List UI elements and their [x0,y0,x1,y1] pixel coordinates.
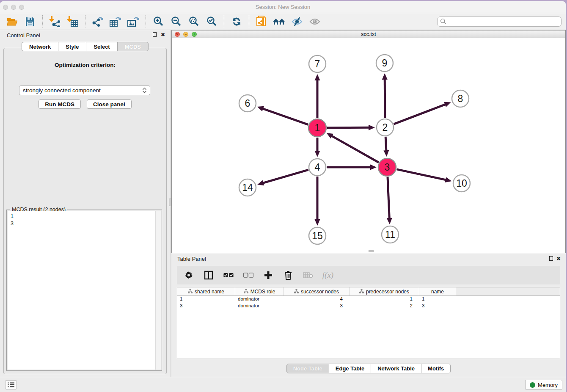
task-history-button[interactable] [5,380,17,389]
graph-node-4[interactable]: 4 [309,159,326,176]
hide-selected-button[interactable] [290,14,304,29]
float-table-panel-icon[interactable] [549,256,553,262]
checked-boxes-icon [223,273,234,278]
table-panel-title: Table Panel [177,256,206,262]
application-window: Session: New Session [0,1,566,392]
function-builder-button[interactable]: f(x) [323,270,333,280]
deselect-all-rows-button[interactable] [243,270,253,280]
export-table-button[interactable] [108,14,123,29]
cell-predecessor-nodes[interactable]: 2 [350,303,419,309]
graph-node-1[interactable]: 1 [308,119,326,137]
graph-node-3[interactable]: 3 [378,158,396,176]
network-window-titlebar[interactable]: ✕ − + scc.txt [172,30,565,38]
network-canvas[interactable]: 1234678910111415 [172,39,565,253]
column-header-predecessor-nodes[interactable]: predecessor nodes [350,287,419,295]
optimization-criterion-select[interactable]: strongly connected component [19,86,150,95]
graph-edge-arrowhead [445,177,452,182]
select-all-rows-button[interactable] [223,270,234,280]
search-input[interactable] [446,17,561,26]
memory-label: Memory [538,382,558,388]
table-settings-button[interactable] [184,270,194,280]
mcds-result-scrollbar[interactable] [155,211,161,370]
zoom-out-button[interactable] [169,14,183,29]
graph-edge-3-1[interactable] [331,135,379,163]
import-network-button[interactable] [48,14,62,29]
cell-successor-nodes[interactable]: 3 [284,303,350,309]
float-panel-icon[interactable] [153,32,157,38]
graph-edge-arrowhead [382,73,388,80]
table-row[interactable]: 1 dominator 4 1 1 [177,296,560,303]
tab-motifs[interactable]: Motifs [421,364,451,373]
cell-shared-name[interactable]: 1 [177,296,235,303]
tab-style[interactable]: Style [58,42,86,51]
network-graph[interactable]: 1234678910111415 [172,39,566,253]
memory-button[interactable]: Memory [525,380,562,390]
tab-mcds[interactable]: MCDS [118,42,149,51]
graph-node-8[interactable]: 8 [452,90,469,107]
graph-node-10[interactable]: 10 [453,175,470,192]
tab-node-table[interactable]: Node Table [286,364,329,373]
zoom-in-button[interactable] [151,14,165,29]
zoom-fit-button[interactable] [187,14,201,29]
cell-name[interactable]: 3 [419,303,456,309]
titlebar: Session: New Session [0,1,566,13]
search-box[interactable] [437,17,561,27]
graph-edge-3-10[interactable] [396,169,446,180]
first-neighbors-button[interactable] [272,14,286,29]
open-session-button[interactable] [5,14,19,29]
table-toolbar: f(x) [177,266,560,284]
cell-mcds-role[interactable]: dominator [235,303,284,309]
show-all-button[interactable] [308,14,322,29]
gear-icon [184,271,193,279]
create-column-button[interactable] [263,270,273,280]
show-column-panel-button[interactable] [204,270,214,280]
tab-select[interactable]: Select [86,42,117,51]
cell-successor-nodes[interactable]: 4 [284,296,350,303]
column-header-successor-nodes[interactable]: successor nodes [284,287,350,295]
main-toolbar [0,13,566,30]
graph-node-15[interactable]: 15 [309,227,326,244]
graph-edge-2-8[interactable] [394,104,446,124]
columns-icon [204,271,213,280]
export-image-button[interactable] [126,14,140,29]
column-header-shared-name[interactable]: shared name [177,287,235,295]
column-header-mcds-role[interactable]: MCDS role [235,287,284,295]
svg-text:11: 11 [385,229,395,240]
graph-node-11[interactable]: 11 [382,226,399,243]
export-network-button[interactable] [91,14,105,29]
graph-node-7[interactable]: 7 [309,55,326,72]
close-table-panel-icon[interactable]: ✖ [556,256,561,262]
cell-mcds-role[interactable]: dominator [235,296,284,303]
tab-network-table[interactable]: Network Table [371,364,421,373]
graph-edge-1-6[interactable] [262,108,308,124]
cell-name[interactable]: 1 [419,296,456,303]
graph-edge-2-9[interactable] [385,78,385,118]
run-mcds-button[interactable]: Run MCDS [39,99,81,109]
mcds-result-text[interactable]: 1 3 [8,211,161,370]
graph-edge-1-2[interactable] [327,127,370,128]
cell-shared-name[interactable]: 3 [177,303,235,309]
graph-edge-4-14[interactable] [262,170,308,183]
save-session-button[interactable] [23,14,37,29]
close-panel-button[interactable]: Close panel [87,99,132,109]
svg-text:15: 15 [312,230,323,241]
delete-column-button[interactable] [283,270,293,280]
graph-edge-3-11[interactable] [388,177,389,219]
graph-node-14[interactable]: 14 [239,179,256,196]
tab-network[interactable]: Network [22,42,58,51]
tab-edge-table[interactable]: Edge Table [329,364,371,373]
graph-node-2[interactable]: 2 [377,119,394,136]
cell-predecessor-nodes[interactable]: 1 [350,296,419,303]
zoom-selected-button[interactable] [204,14,219,29]
graph-edge-2-3[interactable] [385,137,386,152]
close-panel-icon[interactable]: ✖ [161,32,165,38]
table-row[interactable]: 3 dominator 3 2 3 [177,303,560,309]
clone-network-button[interactable] [254,14,269,29]
import-table-button[interactable] [66,14,80,29]
apply-layout-button[interactable] [229,14,244,29]
column-header-name[interactable]: name [419,287,456,295]
delete-table-button[interactable] [303,270,313,280]
network-resize-grip[interactable] [369,250,374,252]
graph-node-6[interactable]: 6 [239,95,256,112]
graph-node-9[interactable]: 9 [376,55,393,72]
